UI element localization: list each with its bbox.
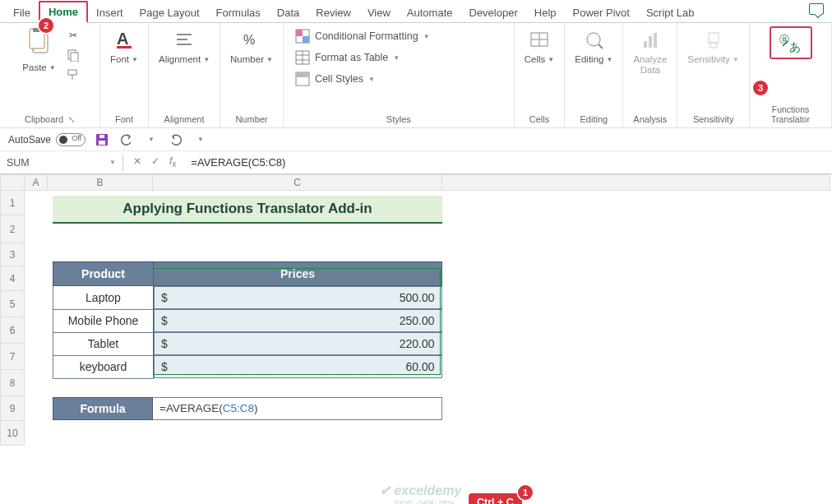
comments-button[interactable] xyxy=(809,3,824,15)
formula-prefix: =AVERAGE( xyxy=(159,402,223,414)
toggle-switch[interactable]: Off xyxy=(56,133,86,146)
cancel-icon[interactable]: ✕ xyxy=(133,155,141,169)
svg-rect-35 xyxy=(99,135,104,138)
column-header-blank[interactable] xyxy=(442,174,830,191)
svg-rect-34 xyxy=(99,141,105,145)
undo-dropdown-icon[interactable]: ▼ xyxy=(143,132,159,148)
paste-label: Paste xyxy=(22,62,46,72)
tab-developer[interactable]: Developer xyxy=(461,3,526,22)
ribbon-tabs: FileHomeInsertPage LayoutFormulasDataRev… xyxy=(0,0,832,23)
number-label: Number xyxy=(230,54,264,64)
clipboard-launcher-icon[interactable]: ⤡ xyxy=(68,115,75,124)
table-row: Laptop$500.00 xyxy=(53,286,442,310)
badge-2: 2 xyxy=(39,18,53,33)
cells-dropdown[interactable]: Cells▼ xyxy=(520,26,559,66)
header-prices: Prices xyxy=(154,262,442,286)
column-header-A[interactable]: A xyxy=(25,174,48,191)
alignment-dropdown[interactable]: Alignment▼ xyxy=(154,26,215,66)
tab-file[interactable]: File xyxy=(5,3,39,22)
tab-automate[interactable]: Automate xyxy=(399,3,461,22)
tab-page-layout[interactable]: Page Layout xyxy=(132,3,208,22)
row-header-3[interactable]: 3 xyxy=(0,243,25,266)
cell-price[interactable]: $500.00 xyxy=(154,286,442,309)
cell-product[interactable]: Laptop xyxy=(53,286,154,310)
formula-cell[interactable]: =AVERAGE(C5:C8) xyxy=(153,397,442,420)
paste-button[interactable]: Paste▼ xyxy=(17,26,60,74)
sensitivity-button[interactable]: Sensitivity▼ xyxy=(682,26,744,66)
row-header-4[interactable]: 4 xyxy=(0,266,25,291)
row-headers: 12345678910 xyxy=(0,191,25,446)
formula-row: Formula =AVERAGE(C5:C8) xyxy=(53,397,442,420)
group-styles: Conditional Formatting▼ Format as Table▼… xyxy=(284,23,515,127)
analyze-label: AnalyzeData xyxy=(633,54,667,75)
tab-review[interactable]: Review xyxy=(307,3,359,22)
row-header-7[interactable]: 7 xyxy=(0,344,25,370)
fx-icon[interactable]: fx xyxy=(169,155,176,169)
column-headers: ABC xyxy=(25,174,830,191)
tab-help[interactable]: Help xyxy=(526,3,565,22)
table-row: Tablet$220.00 xyxy=(53,332,442,355)
cells-area[interactable]: Applying Functions Translator Add-in Pro… xyxy=(25,191,832,446)
svg-text:A: A xyxy=(117,30,128,48)
name-box[interactable]: SUM ▼ xyxy=(0,155,123,171)
cell-product[interactable]: Tablet xyxy=(53,332,154,355)
table-row: Mobile Phone$250.00 xyxy=(53,309,442,332)
svg-rect-30 xyxy=(710,43,717,48)
svg-rect-14 xyxy=(303,36,309,43)
row-header-1[interactable]: 1 xyxy=(0,191,25,215)
svg-text:ⓐ: ⓐ xyxy=(779,34,789,45)
tab-script-lab[interactable]: Script Lab xyxy=(638,3,703,22)
worksheet: ABC 12345678910 Applying Functions Trans… xyxy=(0,174,832,446)
enter-icon[interactable]: ✓ xyxy=(151,155,159,169)
row-header-10[interactable]: 10 xyxy=(0,421,25,446)
formula-suffix: ) xyxy=(254,402,258,414)
comment-icon xyxy=(809,3,824,15)
row-header-2[interactable]: 2 xyxy=(0,215,25,243)
editing-dropdown[interactable]: Editing▼ xyxy=(570,26,617,66)
conditional-formatting-button[interactable]: Conditional Formatting▼ xyxy=(292,26,433,46)
select-all-corner[interactable] xyxy=(0,174,25,191)
alignment-label: Alignment xyxy=(159,54,201,64)
tab-data[interactable]: Data xyxy=(269,3,307,22)
cut-icon[interactable]: ✂ xyxy=(66,28,81,43)
undo-icon[interactable] xyxy=(118,132,135,148)
tab-insert[interactable]: Insert xyxy=(88,3,132,22)
row-header-9[interactable]: 9 xyxy=(0,396,25,421)
font-label: Font xyxy=(110,54,129,64)
autosave-toggle[interactable]: AutoSave Off xyxy=(8,133,86,146)
column-header-B[interactable]: B xyxy=(48,174,153,191)
analyze-data-button[interactable]: AnalyzeData xyxy=(628,26,672,76)
redo-dropdown-icon[interactable]: ▼ xyxy=(192,132,209,148)
tab-view[interactable]: View xyxy=(359,3,399,22)
tab-power-pivot[interactable]: Power Pivot xyxy=(565,3,638,22)
badge-3: 3 xyxy=(753,81,768,95)
group-font: A Font▼ Font xyxy=(100,23,149,127)
copy-icon[interactable] xyxy=(66,48,81,62)
formula-bar-input[interactable]: =AVERAGE(C5:C8) xyxy=(186,154,832,171)
group-sensitivity: Sensitivity▼ Sensitivity xyxy=(677,23,750,127)
cell-product[interactable]: keyboard xyxy=(53,355,154,378)
row-header-8[interactable]: 8 xyxy=(0,370,25,396)
format-painter-icon[interactable] xyxy=(66,67,81,82)
chevron-down-icon: ▼ xyxy=(733,56,739,63)
redo-icon[interactable] xyxy=(168,132,184,148)
number-dropdown[interactable]: % Number▼ xyxy=(225,26,278,66)
font-dropdown[interactable]: A Font▼ xyxy=(105,26,143,66)
cell-styles-button[interactable]: Cell Styles▼ xyxy=(292,69,433,89)
cell-price[interactable]: $60.00 xyxy=(154,355,442,378)
tab-formulas[interactable]: Formulas xyxy=(208,3,269,22)
sensitivity-group-label: Sensitivity xyxy=(693,113,734,126)
group-analysis: AnalyzeData Analysis xyxy=(623,23,677,127)
row-header-5[interactable]: 5 xyxy=(0,291,25,317)
chevron-down-icon: ▼ xyxy=(368,76,375,83)
functions-translator-button[interactable]: ⓐあ xyxy=(770,26,812,59)
row-header-6[interactable]: 6 xyxy=(0,317,25,344)
column-header-C[interactable]: C xyxy=(153,174,442,191)
cell-price[interactable]: $250.00 xyxy=(154,309,442,332)
cell-price[interactable]: $220.00 xyxy=(154,332,442,355)
save-icon[interactable] xyxy=(94,132,110,148)
cell-product[interactable]: Mobile Phone xyxy=(53,309,154,332)
svg-rect-20 xyxy=(296,72,309,77)
format-as-table-button[interactable]: Format as Table▼ xyxy=(292,48,433,67)
formula-label: Formula xyxy=(53,397,153,420)
